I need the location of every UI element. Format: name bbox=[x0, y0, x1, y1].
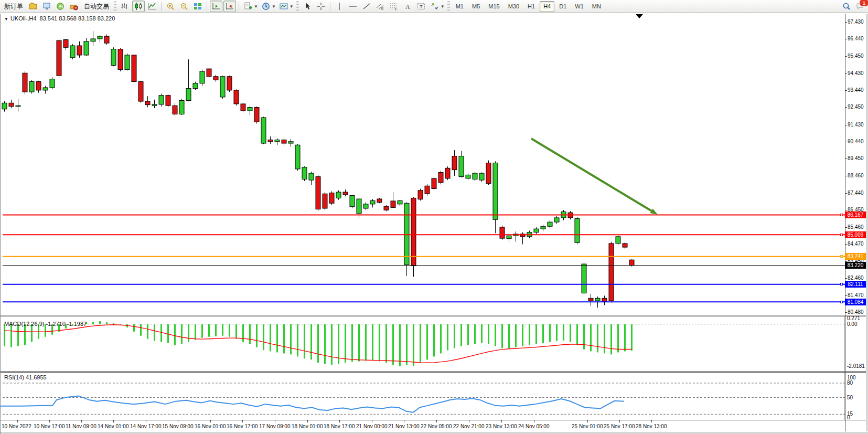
time-axis-label: 16 Nov 01:00 bbox=[195, 424, 226, 429]
fibonacci-icon[interactable]: F bbox=[388, 1, 400, 12]
time-tick bbox=[242, 420, 243, 422]
timeframe-group: M1M5M15M30H1H4D1W1MN bbox=[452, 1, 605, 12]
timeframe-button-H1[interactable]: H1 bbox=[524, 1, 539, 12]
toolbar-separator bbox=[207, 2, 207, 11]
time-axis-label: 24 Nov 05:00 bbox=[518, 424, 550, 429]
time-axis-label: 18 Nov 17:00 bbox=[324, 424, 355, 429]
terminal-icon[interactable] bbox=[40, 1, 53, 12]
tile-windows-icon[interactable] bbox=[191, 1, 204, 12]
price-tick bbox=[845, 125, 847, 125]
line-edit-handle[interactable] bbox=[840, 214, 843, 216]
price-axis-label: 88.460 bbox=[848, 173, 864, 178]
timeframe-button-M15[interactable]: M15 bbox=[485, 1, 503, 12]
time-tick bbox=[49, 420, 50, 422]
line-edit-handle[interactable] bbox=[840, 283, 843, 285]
auto-trading-button[interactable]: 自动交易 bbox=[81, 1, 112, 12]
vertical-line-icon[interactable] bbox=[333, 1, 346, 12]
candlestick-chart-icon[interactable] bbox=[132, 1, 145, 12]
trendline-icon[interactable] bbox=[360, 1, 373, 12]
time-tick bbox=[307, 420, 308, 422]
price-axis-label: 85.460 bbox=[848, 224, 864, 230]
channel-icon[interactable]: E bbox=[374, 1, 387, 12]
time-tick bbox=[619, 420, 620, 422]
zoom-in-icon[interactable] bbox=[164, 1, 177, 12]
line-chart-icon[interactable] bbox=[146, 1, 158, 12]
price-axis-label: 82.460 bbox=[848, 275, 864, 281]
line-edit-handle[interactable] bbox=[840, 301, 843, 303]
time-axis-label: 11 Nov 09:00 bbox=[66, 424, 97, 429]
profiles-icon[interactable] bbox=[27, 1, 39, 12]
time-axis-label: 16 Nov 17:00 bbox=[227, 424, 258, 429]
cursor-icon[interactable] bbox=[301, 1, 314, 12]
macd-axis-label: -2.0181 bbox=[847, 363, 865, 369]
crosshair-icon[interactable] bbox=[315, 1, 327, 12]
autotrade-icon[interactable] bbox=[68, 1, 80, 12]
time-tick bbox=[534, 420, 534, 422]
time-axis-label: 21 Nov 13:00 bbox=[388, 424, 420, 429]
price-axis-label: 84.470 bbox=[848, 241, 864, 247]
price-tick bbox=[845, 90, 847, 91]
autoscroll-icon[interactable] bbox=[223, 1, 236, 12]
price-tick bbox=[845, 193, 847, 194]
bar-chart-icon[interactable] bbox=[119, 1, 131, 12]
chevron-down-icon[interactable]: ▼ bbox=[254, 4, 258, 9]
chevron-down-icon[interactable]: ▼ bbox=[290, 4, 294, 9]
shapes-icon[interactable] bbox=[428, 1, 441, 12]
periods-icon[interactable] bbox=[260, 1, 272, 12]
macd-histogram bbox=[4, 321, 633, 366]
time-axis-label: 15 Nov 09:00 bbox=[162, 424, 194, 429]
price-tick bbox=[845, 158, 847, 159]
time-axis-label: 25 Nov 01:00 bbox=[572, 424, 603, 429]
price-line-label: 85.009 bbox=[845, 231, 866, 238]
price-tick bbox=[845, 312, 847, 313]
price-tick bbox=[845, 22, 847, 23]
chart-shift-marker bbox=[636, 14, 643, 18]
search-icon[interactable] bbox=[840, 1, 853, 12]
toolbar-grip bbox=[114, 1, 116, 12]
candlesticks bbox=[2, 31, 634, 308]
timeframe-button-M1[interactable]: M1 bbox=[452, 1, 467, 12]
macd-pane[interactable] bbox=[0, 316, 868, 371]
price-line-label: 82.111 bbox=[845, 281, 866, 288]
symbol-timeframe: UKOil-,H4 bbox=[10, 15, 37, 22]
timeframe-button-M30[interactable]: M30 bbox=[505, 1, 523, 12]
price-axis-label: 81.470 bbox=[848, 292, 864, 298]
timeframe-button-D1[interactable]: D1 bbox=[555, 1, 570, 12]
price-axis-line bbox=[845, 14, 845, 431]
signals-icon[interactable] bbox=[54, 1, 67, 12]
label-icon[interactable]: T bbox=[415, 1, 427, 12]
chevron-down-icon[interactable]: ▼ bbox=[441, 4, 445, 9]
time-axis-label: 18 Nov 01:00 bbox=[292, 424, 323, 429]
chevron-down-icon[interactable]: ▼ bbox=[272, 4, 276, 9]
collapse-triangle-icon[interactable]: ▼ bbox=[4, 17, 8, 22]
zoom-out-icon[interactable] bbox=[178, 1, 190, 12]
notifications-icon[interactable]: 1 bbox=[854, 1, 866, 12]
timeframe-button-H4[interactable]: H4 bbox=[540, 1, 554, 12]
indicators-icon[interactable] bbox=[242, 1, 254, 12]
horizontal-line-icon[interactable] bbox=[347, 1, 359, 12]
text-icon[interactable]: A bbox=[401, 1, 414, 12]
line-edit-handle[interactable] bbox=[840, 255, 843, 258]
svg-text:E: E bbox=[381, 7, 384, 10]
toolbar-grip bbox=[447, 1, 450, 12]
price-axis-label: 94.430 bbox=[848, 70, 864, 76]
time-axis[interactable]: 10 Nov 202210 Nov 17:0011 Nov 09:0014 No… bbox=[0, 420, 868, 432]
time-tick bbox=[587, 420, 588, 422]
time-tick bbox=[372, 420, 372, 422]
window-edge bbox=[866, 14, 868, 431]
timeframe-button-W1[interactable]: W1 bbox=[571, 1, 587, 12]
line-edit-handle[interactable] bbox=[840, 234, 843, 236]
svg-text:A: A bbox=[405, 3, 410, 10]
new-order-button[interactable]: 新订单 bbox=[2, 1, 26, 12]
timeframe-button-M5[interactable]: M5 bbox=[468, 1, 484, 12]
rsi-pane[interactable] bbox=[0, 373, 868, 420]
trading-terminal-window: { "toolbar": { "new_order_label": "新订单",… bbox=[0, 0, 868, 434]
time-tick bbox=[17, 420, 18, 422]
main-price-pane[interactable] bbox=[0, 14, 868, 315]
price-axis-label: 92.450 bbox=[848, 104, 864, 110]
templates-icon[interactable] bbox=[277, 1, 290, 12]
shift-chart-icon[interactable] bbox=[210, 1, 222, 12]
rsi-axis-label: 0 bbox=[847, 415, 850, 420]
toolbar-separator bbox=[239, 2, 239, 11]
timeframe-button-MN[interactable]: MN bbox=[588, 1, 605, 12]
